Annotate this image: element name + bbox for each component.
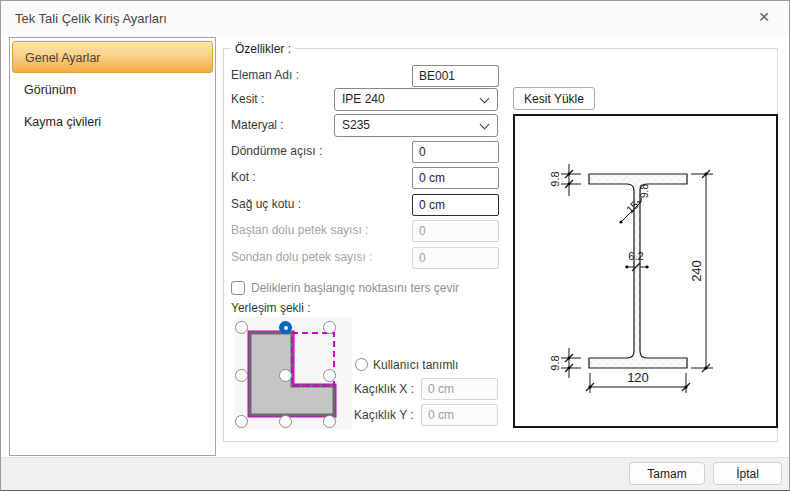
yerlesim-sekli-label: Yerleşim şekli : <box>231 301 406 315</box>
ters-cevir-label: Deliklerin başlangıç noktasını ters çevi… <box>251 281 459 295</box>
placement-radio-middle-left[interactable] <box>235 369 248 382</box>
placement-radio-top-right[interactable] <box>323 321 336 334</box>
placement-radio-top-center[interactable] <box>279 321 292 334</box>
materyal-selected-value: S235 <box>342 118 370 132</box>
ters-cevir-checkbox[interactable] <box>231 281 245 295</box>
dialog-window: Tek Tali Çelik Kiriş Ayarları × Genel Ay… <box>0 0 790 491</box>
kot-label: Kot : <box>231 170 406 184</box>
materyal-select[interactable]: S235 <box>334 114 498 137</box>
chevron-down-icon <box>480 94 490 104</box>
bastan-petek-input <box>412 220 499 242</box>
ibeam-section-drawing: 240 120 9.8 9.8 6.2 <box>515 116 776 426</box>
dim-flange-junction: 9.8 <box>639 184 650 198</box>
kacik-y-input <box>421 404 498 426</box>
kesit-yukle-button[interactable]: Kesit Yükle <box>513 87 595 110</box>
title-bar: Tek Tali Çelik Kiriş Ayarları × <box>1 1 789 37</box>
sondan-petek-label: Sondan dolu petek sayısı : <box>231 250 406 264</box>
kesit-select[interactable]: IPE 240 <box>334 88 498 111</box>
sidebar-item-kayma-civileri[interactable]: Kayma çivileri <box>12 106 213 138</box>
kacik-y-label: Kaçıklık Y : <box>354 408 419 422</box>
placement-radio-middle-right[interactable] <box>323 369 336 382</box>
placement-radio-top-left[interactable] <box>235 321 248 334</box>
eleman-adi-label: Eleman Adı : <box>231 68 406 82</box>
dondurme-acisi-label: Döndürme açısı : <box>231 144 406 158</box>
dialog-title: Tek Tali Çelik Kiriş Ayarları <box>15 11 167 26</box>
groupbox-label: Özellikler : <box>231 42 295 56</box>
kullanici-tanimli-label: Kullanıcı tanımlı <box>373 358 493 372</box>
kesit-selected-value: IPE 240 <box>342 92 385 106</box>
iptal-button[interactable]: İptal <box>713 462 782 485</box>
eleman-adi-input[interactable] <box>412 65 499 87</box>
sag-uc-kotu-input[interactable] <box>412 194 499 216</box>
section-preview-panel: 240 120 9.8 9.8 6.2 <box>513 114 778 428</box>
dim-flange-bottom: 9.8 <box>549 355 561 370</box>
dim-flange-top: 9.8 <box>549 171 561 186</box>
sidebar-item-genel-ayarlar[interactable]: Genel Ayarlar <box>12 41 213 73</box>
placement-radio-bottom-center[interactable] <box>279 415 292 428</box>
kullanici-tanimli-radio[interactable] <box>355 358 368 371</box>
sidebar: Genel Ayarlar Görünüm Kayma çivileri <box>9 37 216 456</box>
bastan-petek-label: Baştan dolu petek sayısı : <box>231 223 406 237</box>
close-icon[interactable]: × <box>749 5 779 31</box>
kacik-x-label: Kaçıklık X : <box>354 382 419 396</box>
chevron-down-icon <box>480 120 490 130</box>
dim-web: 6.2 <box>628 250 643 262</box>
sag-uc-kotu-label: Sağ uç kotu : <box>231 197 406 211</box>
sidebar-item-gorunum[interactable]: Görünüm <box>12 74 213 106</box>
dim-height: 240 <box>689 260 704 282</box>
placement-widget <box>234 317 352 429</box>
kot-input[interactable] <box>412 167 499 189</box>
sondan-petek-input <box>412 247 499 269</box>
dim-width: 120 <box>627 370 649 385</box>
placement-radio-bottom-right[interactable] <box>323 415 336 428</box>
dondurme-acisi-input[interactable] <box>412 141 499 163</box>
placement-radio-bottom-left[interactable] <box>235 415 248 428</box>
tamam-button[interactable]: Tamam <box>629 462 705 485</box>
placement-radio-middle-center[interactable] <box>279 369 292 382</box>
kacik-x-input <box>421 378 498 400</box>
ibeam-shape <box>589 174 687 368</box>
